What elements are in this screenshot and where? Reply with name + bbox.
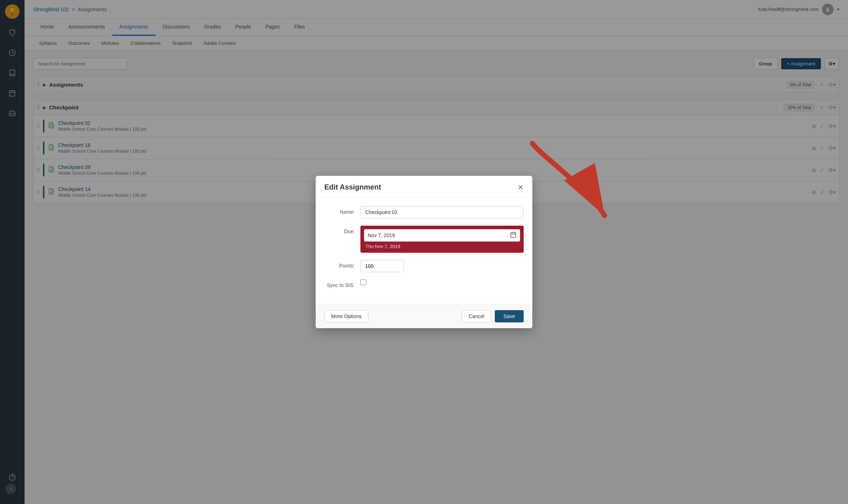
modal-body: Name: Due: Thu Nov 7, 2019 [316,197,532,304]
modal-header: Edit Assignment ✕ [316,176,532,197]
due-field-row: Due: Thu Nov 7, 2019 [324,226,524,253]
cancel-button[interactable]: Cancel [462,310,491,322]
calendar-button[interactable] [510,231,516,239]
points-input[interactable] [360,260,404,272]
sync-checkbox[interactable] [360,279,366,285]
name-field-row: Name: [324,206,524,218]
due-date-inner [364,229,520,242]
sync-field-row: Sync to SIS: [324,279,524,288]
points-field-row: Points: [324,260,524,272]
name-label: Name: [324,206,360,215]
modal-title: Edit Assignment [324,183,381,191]
due-date-container: Thu Nov 7, 2019 [360,226,524,253]
due-date-input[interactable] [368,233,510,238]
name-input[interactable] [360,206,524,218]
save-button[interactable]: Save [495,310,524,322]
sync-label: Sync to SIS: [324,279,360,288]
sync-row [360,279,366,285]
svg-rect-17 [511,233,516,238]
edit-assignment-modal: Edit Assignment ✕ Name: Due: [316,176,532,328]
due-date-display: Thu Nov 7, 2019 [364,244,520,249]
points-label: Points: [324,260,360,269]
modal-backdrop[interactable]: Edit Assignment ✕ Name: Due: [0,0,848,504]
more-options-button[interactable]: More Options [324,310,368,322]
footer-right: Cancel Save [462,310,524,322]
due-label: Due: [324,226,360,234]
modal-close-button[interactable]: ✕ [518,184,524,191]
modal-footer: More Options Cancel Save [316,304,532,328]
